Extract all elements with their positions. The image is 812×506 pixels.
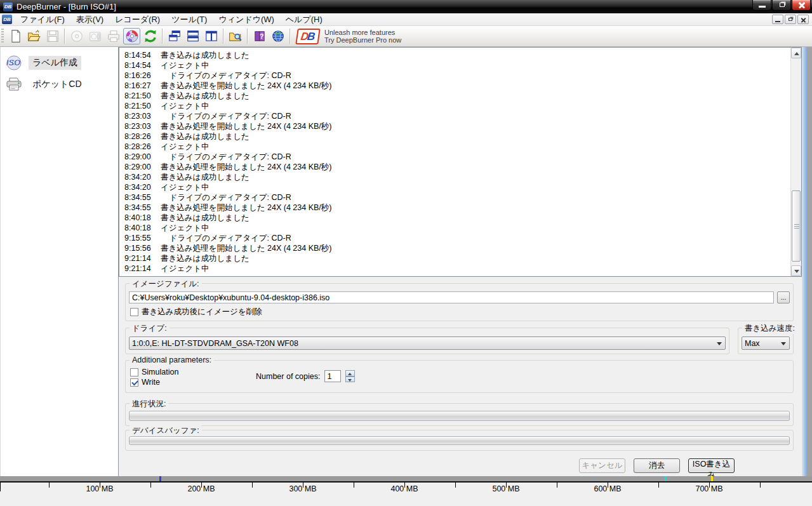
mdi-minimize-button[interactable] xyxy=(772,15,783,24)
log-message: 書き込みは成功しました xyxy=(161,132,250,141)
log-scrollbar[interactable] xyxy=(790,48,801,276)
log-entry: 8:34:55書き込み処理を開始しました 24X (4 234 KB/秒) xyxy=(124,203,801,213)
scroll-down-button[interactable] xyxy=(791,265,801,276)
menu-item-6[interactable]: ヘルプ(H) xyxy=(280,13,328,27)
menu-item-1[interactable]: ファイル(F) xyxy=(15,13,70,27)
folder-view-icon xyxy=(229,29,243,43)
restore-icon xyxy=(789,18,792,21)
web-globe-button[interactable] xyxy=(269,28,286,44)
cancel-button[interactable]: キャンセル xyxy=(579,458,625,473)
print-icon xyxy=(107,29,121,43)
additional-parameters-group: Additional parameters: Simulation Write … xyxy=(125,360,794,393)
menu-item-3[interactable]: レコーダ(R) xyxy=(109,13,166,27)
image-file-input[interactable] xyxy=(129,291,774,303)
log-entry: 8:16:26ドライブのメディアタイプ: CD-R xyxy=(124,70,801,81)
ruler-tick xyxy=(455,483,456,488)
log-entry: 8:23:03書き込み処理を開始しました 24X (4 234 KB/秒) xyxy=(124,121,801,131)
log-message: イジェクト中 xyxy=(161,183,209,192)
cascade-windows-icon xyxy=(168,29,182,43)
log-time: 8:34:20 xyxy=(124,183,161,192)
simulation-label: Simulation xyxy=(142,368,178,376)
toolbar-separator xyxy=(290,29,290,44)
svg-text:ISO: ISO xyxy=(6,58,20,67)
log-time: 9:15:55 xyxy=(124,234,161,243)
toolbar-separator xyxy=(247,29,248,44)
refresh-button[interactable] xyxy=(142,28,159,44)
toolbar-grip[interactable] xyxy=(1,29,4,44)
write-speed-select[interactable]: Max xyxy=(742,336,790,350)
open-file-button[interactable] xyxy=(25,28,43,44)
document-icon[interactable]: DB xyxy=(2,15,12,24)
tile-vertical-icon xyxy=(204,29,218,43)
close-button[interactable] xyxy=(792,0,811,11)
refresh-icon xyxy=(143,29,157,43)
arrow-down-icon xyxy=(348,379,352,382)
menu-item-2[interactable]: 表示(V) xyxy=(70,13,109,27)
log-message: 書き込みは成功しました xyxy=(161,173,250,182)
copies-input[interactable] xyxy=(324,370,341,382)
drive-select[interactable]: 1:0:0,E: HL-DT-STDVDRAM_GSA-T20N WF08 xyxy=(129,336,726,350)
folder-view-button[interactable] xyxy=(227,28,244,44)
mdi-restore-button[interactable] xyxy=(785,15,796,24)
tile-vertical-button[interactable] xyxy=(203,28,220,44)
delete-image-checkbox[interactable]: 書き込み成功後にイメージを削除 xyxy=(130,307,793,317)
browse-button[interactable]: ... xyxy=(777,291,790,303)
iso-burn-button[interactable]: ISO書き込み xyxy=(688,458,735,473)
burn-disc-button[interactable] xyxy=(123,28,140,44)
tile-horizontal-icon xyxy=(186,29,200,43)
stepper-up-button[interactable] xyxy=(345,370,355,376)
progress-bar xyxy=(129,411,790,421)
chevron-down-icon xyxy=(781,342,786,345)
log-time: 8:29:00 xyxy=(124,152,161,161)
ruler-tick xyxy=(100,483,100,488)
log-entry: 8:29:00書き込み処理を開始しました 24X (4 234 KB/秒) xyxy=(124,162,801,172)
main-area: ISOラベル作成ポケットCD 8:14:54書き込みは成功しました8:14:54… xyxy=(0,47,812,476)
menu-item-5[interactable]: ウィンドウ(W) xyxy=(213,13,279,27)
sidebar-item-label: ラベル作成 xyxy=(29,56,81,70)
capacity-marker xyxy=(665,476,667,481)
log-time: 8:40:18 xyxy=(124,213,161,222)
log-entry: 8:34:55ドライブのメディアタイプ: CD-R xyxy=(124,192,801,203)
log-time: 9:15:56 xyxy=(124,244,161,253)
log-entry: 8:40:18イジェクト中 xyxy=(124,223,801,233)
capacity-marker xyxy=(159,476,161,481)
ruler-tick xyxy=(760,483,761,488)
image-file-group-label: イメージファイル: xyxy=(130,279,202,290)
open-file-icon xyxy=(27,29,41,43)
write-label: Write xyxy=(142,378,160,387)
restore-button[interactable] xyxy=(772,0,791,11)
log-time: 8:28:26 xyxy=(124,132,161,141)
log-message: イジェクト中 xyxy=(161,61,209,70)
mdi-close-button[interactable] xyxy=(797,15,809,24)
sidebar-item-2[interactable]: ポケットCD xyxy=(1,74,118,95)
checkbox-box-icon xyxy=(130,368,138,376)
ruler-tick xyxy=(354,483,354,488)
mdi-child-border xyxy=(802,47,807,476)
tile-horizontal-button[interactable] xyxy=(184,28,201,44)
log-time: 9:21:14 xyxy=(124,264,161,273)
log-message: ドライブのメディアタイプ: CD-R xyxy=(161,152,291,161)
copies-label: Number of copies: xyxy=(256,372,320,381)
sidebar-item-1[interactable]: ISOラベル作成 xyxy=(1,52,118,74)
log-entry: 8:34:20書き込みは成功しました xyxy=(124,172,801,182)
deepburner-window: DB DeepBurner - [Burn ISO#1] DB ファイル(F)表… xyxy=(0,0,812,506)
write-checkbox[interactable]: Write xyxy=(130,378,793,387)
scrollbar-thumb[interactable] xyxy=(792,190,801,262)
printer-icon xyxy=(4,76,23,93)
pro-promo-banner[interactable]: DB Unleash more features Try DeepBurner … xyxy=(296,29,401,44)
new-file-button[interactable] xyxy=(7,28,24,44)
minimize-button[interactable] xyxy=(752,0,771,11)
log-time: 8:40:18 xyxy=(124,223,161,232)
action-buttons: キャンセル 消去 ISO書き込み xyxy=(125,458,794,473)
log-message: ドライブのメディアタイプ: CD-R xyxy=(161,71,291,80)
menu-item-4[interactable]: ツール(T) xyxy=(166,13,213,27)
erase-button[interactable]: 消去 xyxy=(634,458,680,473)
window-title: DeepBurner - [Burn ISO#1] xyxy=(17,2,116,11)
cascade-windows-button[interactable] xyxy=(166,28,183,44)
simulation-checkbox[interactable]: Simulation xyxy=(130,368,793,376)
stepper-down-button[interactable] xyxy=(345,376,355,383)
scroll-up-button[interactable] xyxy=(791,48,801,58)
help-book-button[interactable]: ? xyxy=(251,28,268,44)
write-speed-group: 書き込み速度: Max xyxy=(738,328,794,354)
data-disc-icon xyxy=(88,29,102,43)
